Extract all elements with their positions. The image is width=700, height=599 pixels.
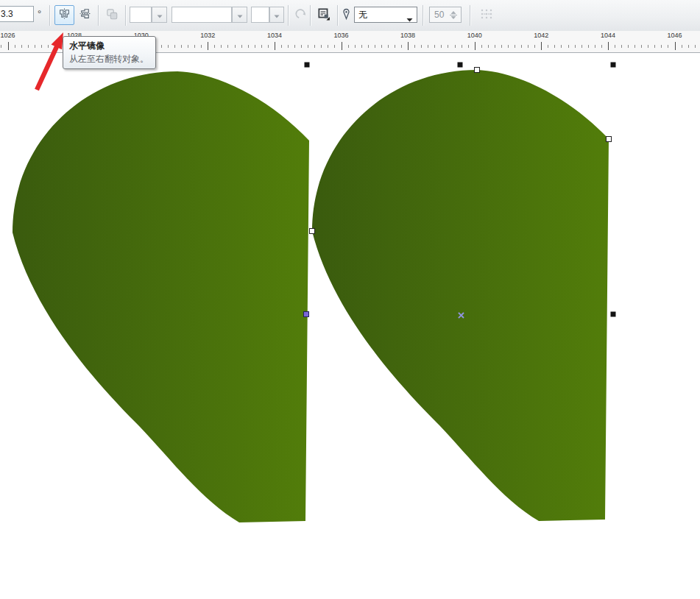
toolbar-separator xyxy=(337,5,338,26)
ruler-minor-tick xyxy=(455,45,456,48)
ruler-major-tick xyxy=(208,42,208,50)
property-toolbar: ° xyxy=(0,0,700,32)
ruler-minor-tick xyxy=(548,45,548,48)
ruler-minor-tick xyxy=(515,45,515,48)
ruler-minor-tick xyxy=(214,45,215,48)
ruler-minor-tick xyxy=(501,45,502,48)
degree-symbol: ° xyxy=(38,8,41,19)
ruler-minor-tick xyxy=(21,45,22,48)
ruler-minor-tick xyxy=(361,45,362,48)
ruler-minor-tick xyxy=(634,45,635,48)
ruler-minor-tick xyxy=(168,45,169,48)
ruler-minor-tick xyxy=(161,45,162,48)
ruler-minor-tick xyxy=(334,45,335,48)
ruler-minor-tick xyxy=(668,45,668,48)
ruler-minor-tick xyxy=(301,45,302,48)
ruler-minor-tick xyxy=(628,45,629,48)
outline-width-value: 无 xyxy=(358,9,367,21)
ruler-minor-tick xyxy=(682,45,682,48)
ruler-minor-tick xyxy=(321,45,322,48)
ruler-major-tick xyxy=(608,42,609,50)
ruler-minor-tick xyxy=(575,45,576,48)
toolbar-separator xyxy=(470,5,470,26)
ruler-minor-tick xyxy=(648,45,648,48)
ruler-minor-tick xyxy=(28,45,29,48)
mirror-horizontal-button[interactable] xyxy=(54,5,74,25)
drawing-canvas[interactable] xyxy=(0,53,700,599)
toolbar-separator xyxy=(288,5,289,26)
ruler-minor-tick xyxy=(268,45,269,48)
ruler-minor-tick xyxy=(401,45,402,48)
ruler-minor-tick xyxy=(375,45,375,48)
outline-style-dropdown-arrow xyxy=(232,7,247,23)
ruler-minor-tick xyxy=(581,45,582,48)
ruler-minor-tick xyxy=(554,45,555,48)
ruler-minor-tick xyxy=(521,45,522,48)
chevron-down-icon xyxy=(274,8,280,21)
toolbar-separator xyxy=(49,5,50,26)
ruler-number: 1026 xyxy=(0,32,15,39)
chevron-down-icon xyxy=(237,8,243,21)
toolbar-separator xyxy=(423,5,423,26)
ruler-number: 1044 xyxy=(601,32,615,39)
ruler-minor-tick xyxy=(235,45,236,48)
start-arrowhead-dropdown xyxy=(130,7,152,23)
ruler-minor-tick xyxy=(368,45,369,48)
mirror-vertical-button[interactable] xyxy=(75,5,95,25)
start-arrowhead-dropdown-arrow xyxy=(152,7,167,23)
wrap-text-button[interactable] xyxy=(314,5,333,25)
outline-style-dropdown xyxy=(172,7,232,23)
ruler-major-tick xyxy=(675,42,676,50)
ruler-minor-tick xyxy=(1,45,1,48)
ruler-minor-tick xyxy=(588,45,589,48)
ruler-minor-tick xyxy=(194,45,195,48)
rotation-angle-input[interactable] xyxy=(0,6,34,22)
ruler-number: 1042 xyxy=(534,32,548,39)
ruler-minor-tick xyxy=(688,45,689,48)
ruler-minor-tick xyxy=(561,45,562,48)
toolbar-separator xyxy=(98,5,99,26)
transparency-value: 50 xyxy=(434,10,444,20)
ruler-minor-tick xyxy=(654,45,655,48)
mirror-vertical-icon xyxy=(79,7,91,23)
ruler-minor-tick xyxy=(695,45,696,48)
dots-grid-icon xyxy=(479,7,494,24)
left-half-heart-shape[interactable] xyxy=(13,71,309,522)
ruler-minor-tick xyxy=(201,45,202,48)
ruler-minor-tick xyxy=(388,45,389,48)
transparency-spinner: 50 xyxy=(429,7,462,23)
ruler-major-tick xyxy=(275,42,275,50)
ruler-minor-tick xyxy=(174,45,175,48)
ruler-minor-tick xyxy=(595,45,595,48)
ruler-minor-tick xyxy=(308,45,308,48)
ruler-minor-tick xyxy=(534,45,535,48)
outline-pen-icon xyxy=(341,8,352,24)
ruler-number: 1040 xyxy=(467,32,482,39)
ruler-minor-tick xyxy=(414,45,415,48)
ruler-minor-tick xyxy=(248,45,249,48)
tooltip: 水平镜像 从左至右翻转对象。 xyxy=(63,36,156,69)
outline-width-dropdown[interactable]: 无 xyxy=(354,7,417,23)
ruler-minor-tick xyxy=(434,45,435,48)
toolbar-separator xyxy=(125,5,126,26)
ruler-major-tick xyxy=(475,42,475,50)
ruler-minor-tick xyxy=(601,45,602,48)
ruler-major-tick xyxy=(541,42,542,50)
ruler-minor-tick xyxy=(255,45,255,48)
ruler-minor-tick xyxy=(528,45,528,48)
ruler-minor-tick xyxy=(221,45,222,48)
toolbar-separator xyxy=(310,5,311,26)
ruler-minor-tick xyxy=(441,45,442,48)
ruler-minor-tick xyxy=(421,45,422,48)
ruler-minor-tick xyxy=(348,45,349,48)
ruler-minor-tick xyxy=(568,45,569,48)
ruler-minor-tick xyxy=(462,45,462,48)
ruler-major-tick xyxy=(408,42,409,50)
ruler-minor-tick xyxy=(488,45,489,48)
ruler-minor-tick xyxy=(495,45,495,48)
ruler-number: 1046 xyxy=(667,32,682,39)
ruler-minor-tick xyxy=(481,45,482,48)
weld-shapes-button xyxy=(102,5,121,25)
ruler-minor-tick xyxy=(188,45,188,48)
right-half-heart-shape[interactable] xyxy=(312,70,609,521)
